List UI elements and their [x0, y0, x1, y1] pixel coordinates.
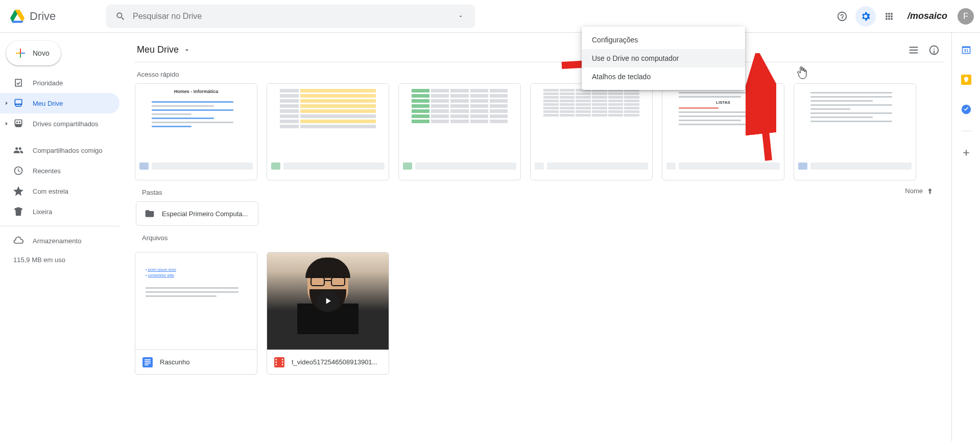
sidebar-item-trash[interactable]: Lixeira — [0, 201, 119, 222]
play-icon — [323, 296, 333, 306]
quick-card[interactable] — [398, 83, 521, 180]
folder-icon — [145, 208, 155, 219]
quick-card[interactable] — [794, 83, 916, 180]
file-name: Rascunho — [160, 358, 190, 366]
svg-rect-2 — [16, 53, 20, 54]
plus-icon — [14, 47, 27, 59]
svg-rect-4 — [142, 357, 153, 367]
sidebar-item-label: Lixeira — [33, 208, 52, 216]
logo-area[interactable]: Drive — [6, 9, 106, 24]
quick-card[interactable]: Homes - Informática — [135, 83, 257, 180]
menu-item-settings[interactable]: Configurações — [582, 31, 745, 49]
settings-dropdown-menu: Configurações Use o Drive no computador … — [582, 27, 745, 90]
add-apps-button[interactable] — [956, 143, 976, 163]
file-card[interactable]: • lorem ipsum dolor • consectetur adip R… — [135, 252, 257, 375]
thumb-heading: LISTAS — [679, 100, 768, 105]
shared-with-me-icon — [13, 145, 23, 155]
search-options-button[interactable] — [450, 6, 471, 27]
sidebar-item-label: Drives compartilhados — [33, 120, 99, 128]
quick-footer — [399, 152, 520, 180]
help-button[interactable] — [832, 6, 852, 27]
video-file-icon — [274, 357, 284, 367]
files-title: Arquivos — [135, 226, 944, 247]
quick-thumb — [531, 84, 652, 152]
cloud-icon — [13, 236, 23, 246]
sidebar-item-priority[interactable]: Prioridade — [0, 73, 119, 93]
list-view-icon — [908, 44, 919, 56]
gear-icon — [860, 11, 871, 22]
quick-thumb: LISTAS — [662, 84, 784, 152]
quick-footer — [267, 152, 389, 180]
sidebar-item-storage[interactable]: Armazenamento — [0, 230, 119, 251]
file-footer: t_video5172546508913901... — [267, 350, 389, 374]
star-icon — [13, 186, 23, 196]
quick-access-row: Homes - Informática — [135, 83, 944, 180]
tasks-app-button[interactable] — [956, 99, 976, 120]
folder-chip[interactable]: Especial Primeiro Computa... — [136, 201, 258, 226]
svg-rect-0 — [20, 49, 21, 53]
sidebar-item-label: Armazenamento — [33, 237, 81, 245]
file-card[interactable]: t_video5172546508913901... — [267, 252, 389, 375]
sidebar-item-shared-with-me[interactable]: Compartilhados comigo — [0, 140, 119, 160]
svg-rect-12 — [276, 364, 277, 365]
info-icon — [928, 44, 940, 56]
sidebar-item-shared-drives[interactable]: Drives compartilhados — [0, 113, 119, 134]
quick-card[interactable] — [530, 83, 653, 180]
path-my-drive[interactable]: Meu Drive — [135, 41, 193, 58]
file-footer: Rascunho — [135, 350, 257, 374]
quick-thumb — [399, 84, 520, 152]
clock-icon — [13, 166, 23, 176]
calendar-icon: 31 — [961, 45, 971, 55]
quick-thumb: Homes - Informática — [135, 84, 257, 152]
menu-item-keyboard-shortcuts[interactable]: Atalhos de teclado — [582, 67, 745, 86]
app-title: Drive — [30, 10, 56, 23]
svg-rect-1 — [20, 54, 21, 58]
search-button[interactable] — [110, 6, 131, 27]
details-button[interactable] — [924, 40, 944, 60]
svg-rect-15 — [282, 364, 283, 365]
folders-title: Pastas — [135, 180, 162, 201]
search-bar[interactable] — [106, 5, 475, 28]
new-button-label: Novo — [33, 49, 50, 57]
apps-button[interactable] — [879, 6, 899, 27]
sidebar-item-my-drive[interactable]: Meu Drive — [0, 93, 119, 113]
menu-item-use-drive-desktop[interactable]: Use o Drive no computador — [582, 49, 745, 67]
file-thumb — [267, 252, 389, 350]
search-icon — [115, 11, 126, 21]
file-name: t_video5172546508913901... — [292, 358, 377, 366]
file-thumb: • lorem ipsum dolor • consectetur adip — [135, 252, 257, 350]
list-view-button[interactable] — [903, 40, 924, 60]
chevron-right-icon — [3, 120, 10, 127]
svg-rect-8 — [145, 364, 149, 365]
quick-thumb — [267, 84, 389, 152]
quick-card[interactable]: LISTAS — [662, 83, 784, 180]
search-input[interactable] — [131, 12, 450, 21]
quick-footer — [135, 152, 257, 180]
calendar-app-button[interactable]: 31 — [956, 40, 976, 60]
priority-icon — [13, 78, 23, 88]
svg-rect-7 — [145, 362, 151, 363]
account-avatar[interactable]: F — [958, 8, 974, 25]
help-icon — [836, 11, 848, 22]
sort-button[interactable]: Nome — [905, 187, 944, 195]
sort-label: Nome — [905, 187, 923, 195]
plus-icon — [961, 148, 971, 158]
keep-app-button[interactable] — [956, 69, 976, 90]
caret-down-icon — [183, 46, 191, 54]
svg-rect-11 — [276, 361, 277, 363]
svg-rect-3 — [21, 53, 25, 54]
sidebar-item-recent[interactable]: Recentes — [0, 160, 119, 181]
quick-thumb — [794, 84, 916, 152]
shared-drives-icon — [13, 119, 23, 129]
sidebar-item-label: Com estrela — [33, 188, 68, 195]
caret-down-icon — [458, 13, 464, 19]
sidebar-item-label: Compartilhados comigo — [33, 147, 103, 154]
settings-button[interactable] — [855, 6, 876, 27]
new-button[interactable]: Novo — [6, 41, 61, 65]
keep-icon — [961, 75, 971, 85]
folder-name: Especial Primeiro Computa... — [162, 210, 248, 218]
quick-card[interactable] — [267, 83, 389, 180]
path-row: Meu Drive — [135, 38, 944, 62]
path-label: Meu Drive — [137, 44, 179, 55]
sidebar-item-starred[interactable]: Com estrela — [0, 181, 119, 201]
